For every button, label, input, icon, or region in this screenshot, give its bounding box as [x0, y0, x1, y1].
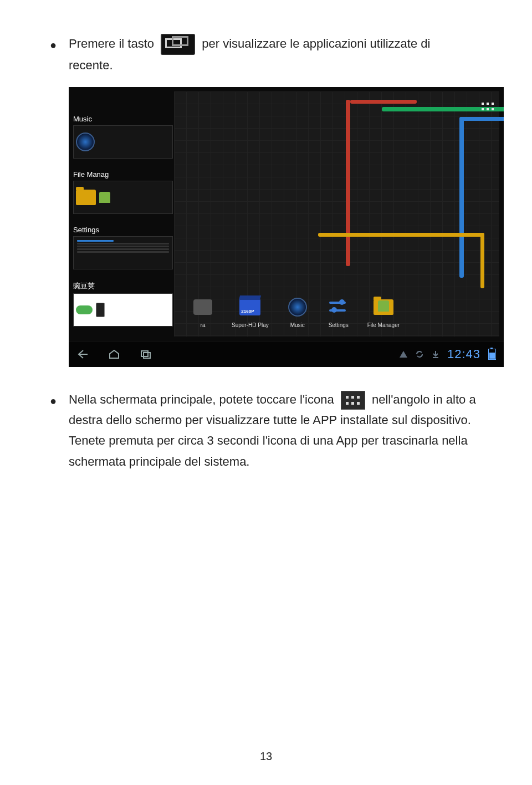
camera-icon: [191, 295, 215, 319]
sync-icon: [415, 350, 424, 359]
battery-icon: [488, 349, 496, 360]
svg-rect-1: [487, 103, 489, 105]
para1-text-a: Premere il tasto: [69, 37, 154, 50]
recent-label: 豌豆荚: [73, 281, 173, 291]
dock-item-settings[interactable]: Settings: [326, 295, 351, 328]
dock-label: ra: [201, 322, 206, 328]
recent-app-filemanager[interactable]: File Manag: [73, 170, 173, 217]
android-icon: [99, 192, 110, 203]
para1-body: Premere il tasto per visualizzare le app…: [69, 33, 493, 76]
dock-item-music[interactable]: Music: [285, 295, 310, 328]
dock-label: Settings: [329, 322, 349, 328]
recent-thumb: [73, 236, 173, 269]
app-drawer-icon: [341, 391, 365, 410]
nav-buttons: [76, 349, 400, 359]
svg-rect-10: [357, 396, 360, 399]
recent-label: File Manag: [73, 170, 173, 179]
svg-rect-3: [482, 108, 484, 110]
svg-rect-2: [492, 103, 494, 105]
paragraph-1: ● Premere il tasto per visualizzare le a…: [50, 33, 493, 76]
dock-item-superhd[interactable]: 2160P Super-HD Play: [232, 295, 269, 328]
recent-thumb: [73, 125, 173, 159]
recent-label: Music: [73, 115, 173, 123]
notification-icon: [400, 351, 407, 358]
svg-rect-5: [492, 108, 494, 110]
svg-rect-6: [141, 351, 148, 356]
svg-rect-12: [351, 402, 354, 405]
svg-rect-7: [144, 353, 150, 358]
recent-app-wandoujia[interactable]: 豌豆荚: [73, 281, 173, 328]
recent-app-music[interactable]: Music: [73, 115, 173, 162]
svg-rect-4: [487, 108, 489, 110]
home-button[interactable]: [108, 349, 120, 359]
phone-icon: [96, 303, 105, 317]
sliders-icon: [326, 295, 351, 319]
svg-rect-13: [357, 402, 360, 405]
para1-text-c: recente.: [69, 58, 113, 72]
para2-text-b: nell'angolo in alto: [372, 392, 466, 406]
speaker-icon: [76, 132, 95, 151]
back-button[interactable]: [76, 349, 89, 359]
recents-button[interactable]: [140, 349, 152, 359]
peapod-icon: [76, 305, 93, 314]
svg-rect-11: [346, 402, 349, 405]
paragraph-2: ● Nella schermata principale, potete toc…: [50, 389, 493, 472]
folder-icon: [76, 190, 96, 205]
para1-text-b: per visualizzare le applicazioni utilizz…: [202, 37, 430, 50]
svg-rect-8: [346, 396, 349, 399]
recent-thumb: [73, 181, 173, 214]
system-bar: 12:43: [69, 341, 504, 367]
para2-text-a: Nella schermata principale, potete tocca…: [69, 392, 334, 406]
download-icon: [432, 350, 439, 359]
clock: 12:43: [447, 347, 480, 361]
status-area[interactable]: 12:43: [400, 347, 496, 361]
dock-label: Super-HD Play: [232, 322, 269, 328]
svg-rect-0: [482, 103, 484, 105]
para2-body: Nella schermata principale, potete tocca…: [69, 389, 493, 472]
folder-icon: [371, 295, 396, 319]
dock-item-camera[interactable]: ra: [191, 295, 215, 328]
svg-rect-9: [351, 396, 354, 399]
dock-item-filemanager[interactable]: File Manager: [367, 295, 400, 328]
recent-app-settings[interactable]: Settings: [73, 226, 173, 273]
speaker-icon: [285, 295, 310, 319]
dock-label: File Manager: [367, 322, 400, 328]
recent-thumb: [73, 293, 173, 327]
page-number: 13: [0, 750, 532, 763]
bullet-icon: ●: [50, 33, 69, 76]
bullet-icon: ●: [50, 389, 69, 472]
app-drawer-icon[interactable]: [482, 103, 494, 110]
clapperboard-icon: 2160P: [238, 295, 262, 319]
recent-label: Settings: [73, 226, 173, 234]
recent-apps-icon: [161, 34, 195, 55]
tablet-screenshot: Music File Manag Settings 豌豆荚 ra 2160P S…: [69, 87, 504, 367]
dock-label: Music: [290, 322, 305, 328]
home-dock: ra 2160P Super-HD Play Music Settings Fi…: [177, 281, 497, 328]
